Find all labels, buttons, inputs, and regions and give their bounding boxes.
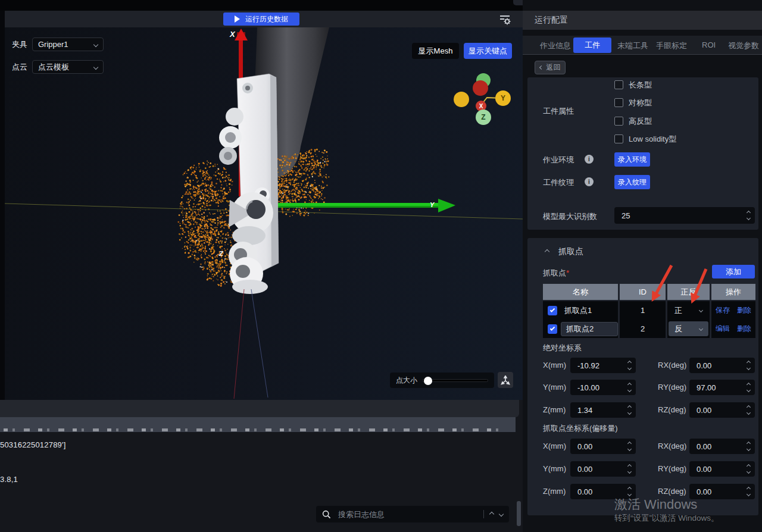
3d-scene[interactable]: X Y Z bbox=[5, 27, 523, 400]
offset-ry-input[interactable]: 0.00 bbox=[689, 461, 755, 477]
side-dropdown[interactable]: 正 bbox=[667, 305, 710, 316]
stepper[interactable] bbox=[628, 487, 631, 496]
tab-roi[interactable]: ROI bbox=[702, 40, 716, 49]
abs-y-input[interactable]: -10.00 bbox=[570, 380, 636, 395]
checkbox-low-solidity[interactable] bbox=[614, 134, 623, 143]
side-dropdown[interactable]: 反 bbox=[669, 321, 708, 336]
record-texture-button[interactable]: 录入纹理 bbox=[614, 175, 650, 189]
row-checkbox[interactable] bbox=[548, 306, 557, 315]
abs-rx-input[interactable]: 0.00 bbox=[689, 358, 755, 373]
stepper[interactable] bbox=[628, 465, 631, 473]
gizmo-sphere-yellow[interactable] bbox=[454, 92, 469, 107]
stepper[interactable] bbox=[628, 383, 631, 392]
abs-x-input[interactable]: -10.92 bbox=[570, 358, 636, 373]
gizmo-y-sphere[interactable]: Y bbox=[495, 90, 511, 106]
checkbox-long-strip[interactable] bbox=[614, 80, 623, 89]
offset-rz-input[interactable]: 0.00 bbox=[689, 484, 755, 499]
checkbox-high-reflective[interactable] bbox=[614, 117, 623, 126]
option-label: 长条型 bbox=[629, 80, 652, 90]
stepper[interactable] bbox=[628, 442, 631, 450]
reset-axes-button[interactable] bbox=[498, 372, 513, 388]
search-next-icon[interactable] bbox=[499, 512, 504, 517]
coord-label: Z(mm) bbox=[543, 405, 566, 414]
tab-workpiece[interactable]: 工件 bbox=[573, 37, 611, 53]
chevron-down-icon bbox=[93, 42, 98, 46]
coord-label: RX(deg) bbox=[658, 361, 686, 370]
tab-job-info[interactable]: 作业信息 bbox=[540, 40, 571, 51]
record-env-button[interactable]: 录入环境 bbox=[614, 152, 650, 167]
save-link[interactable]: 保存 bbox=[716, 305, 730, 315]
stepper[interactable] bbox=[747, 406, 750, 414]
tab-hand-eye[interactable]: 手眼标定 bbox=[656, 40, 687, 51]
log-scrollbar[interactable] bbox=[517, 501, 521, 526]
add-grasp-button[interactable]: 添加 bbox=[712, 265, 755, 278]
stepper[interactable] bbox=[747, 361, 750, 370]
stepper[interactable] bbox=[747, 487, 750, 496]
delete-link[interactable]: 删除 bbox=[737, 324, 751, 334]
offset-y-input[interactable]: 0.00 bbox=[570, 461, 636, 477]
grasp-id: 1 bbox=[620, 301, 666, 320]
point-size-slider[interactable] bbox=[422, 379, 488, 382]
pointcloud-dropdown[interactable]: 点云模板 bbox=[32, 60, 104, 74]
3d-viewport[interactable]: X Y Z 夹具 Gripper1 点云 点云模板 显示Mesh 显示关键点 bbox=[5, 27, 523, 400]
collapse-icon[interactable] bbox=[545, 249, 549, 254]
offset-z-input[interactable]: 0.00 bbox=[570, 484, 636, 499]
offset-x-input[interactable]: 0.00 bbox=[570, 439, 636, 454]
gizmo-z-label: Z bbox=[481, 113, 485, 121]
point-size-label: 点大小 bbox=[396, 375, 417, 386]
z-axis-label: Z bbox=[218, 250, 224, 257]
info-icon[interactable] bbox=[585, 155, 594, 164]
stepper[interactable] bbox=[628, 361, 631, 370]
info-icon[interactable] bbox=[585, 177, 594, 186]
fixture-dropdown[interactable]: Gripper1 bbox=[32, 37, 104, 51]
grasp-table: 名称 ID 正反 操作 抓取点1 1 正 保存 删除 bbox=[543, 284, 755, 338]
col-header-name: 名称 bbox=[543, 284, 618, 300]
offset-rx-input[interactable]: 0.00 bbox=[689, 439, 755, 454]
stepper[interactable] bbox=[747, 383, 750, 392]
checkbox-symmetric[interactable] bbox=[614, 98, 623, 107]
fixture-label: 夹具 bbox=[12, 39, 27, 50]
show-mesh-label: 显示Mesh bbox=[419, 46, 453, 57]
row-checkbox[interactable] bbox=[548, 324, 557, 334]
grasp-name-input[interactable]: 抓取点2 bbox=[561, 322, 618, 336]
show-mesh-button[interactable]: 显示Mesh bbox=[412, 43, 459, 59]
log-header-strip bbox=[0, 400, 519, 417]
grasp-name: 抓取点1 bbox=[564, 305, 592, 316]
stepper[interactable] bbox=[747, 211, 750, 220]
abs-ry-input[interactable]: 97.00 bbox=[689, 380, 755, 395]
log-panel: 50316225012789'] 3.8,1 bbox=[0, 400, 523, 532]
table-row: 抓取点2 2 反 编辑 删除 bbox=[543, 320, 755, 338]
gizmo-x-label: X bbox=[479, 103, 483, 109]
abs-z-input[interactable]: 1.34 bbox=[570, 402, 636, 418]
tab-end-tool[interactable]: 末端工具 bbox=[617, 40, 648, 51]
tab-vision-params[interactable]: 视觉参数 bbox=[728, 40, 759, 51]
delete-link[interactable]: 删除 bbox=[737, 305, 751, 315]
pointcloud-row: 点云 点云模板 bbox=[12, 60, 104, 74]
gizmo-sphere-red[interactable] bbox=[473, 80, 488, 96]
back-button[interactable]: 返回 bbox=[535, 61, 566, 74]
coord-label: RZ(deg) bbox=[658, 487, 686, 496]
slider-handle[interactable] bbox=[424, 377, 432, 385]
max-models-input[interactable]: 25 bbox=[614, 207, 755, 224]
display-settings-icon[interactable] bbox=[498, 14, 513, 26]
abs-rz-input[interactable]: 0.00 bbox=[689, 402, 755, 418]
log-search-input[interactable] bbox=[337, 509, 477, 520]
y-axis-arrow bbox=[274, 199, 455, 212]
gripper-model bbox=[219, 74, 279, 294]
col-header-actions: 操作 bbox=[711, 284, 755, 300]
orientation-gizmo[interactable]: Y X Z bbox=[452, 75, 518, 140]
search-prev-icon[interactable] bbox=[489, 512, 494, 517]
edit-link[interactable]: 编辑 bbox=[716, 324, 730, 334]
stepper[interactable] bbox=[628, 406, 631, 414]
log-selected-row[interactable] bbox=[0, 417, 516, 432]
gizmo-z-sphere[interactable]: Z bbox=[476, 109, 491, 125]
stepper[interactable] bbox=[747, 465, 750, 473]
texture-label: 工件纹理 bbox=[543, 177, 574, 188]
play-icon bbox=[235, 15, 240, 23]
coord-label: RX(deg) bbox=[658, 442, 686, 450]
coord-label: RY(deg) bbox=[658, 464, 686, 473]
show-keypoints-button[interactable]: 显示关键点 bbox=[464, 43, 512, 59]
run-history-button[interactable]: 运行历史数据 bbox=[223, 12, 299, 26]
table-row: 抓取点1 1 正 保存 删除 bbox=[543, 301, 755, 320]
stepper[interactable] bbox=[747, 442, 750, 450]
